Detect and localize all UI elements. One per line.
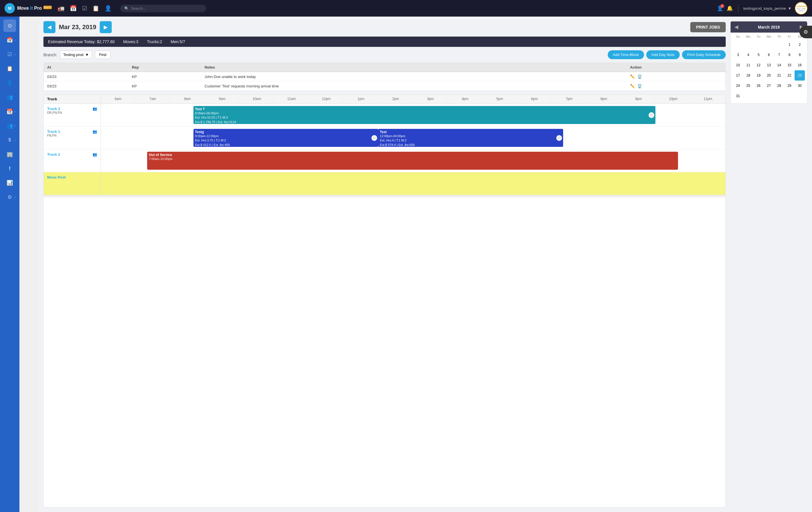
sidebar-item-building[interactable]: 🏢 <box>3 148 16 161</box>
calendar-day[interactable]: 26 <box>753 81 764 91</box>
calendar-day[interactable]: 31 <box>733 91 743 101</box>
job-dot <box>556 135 562 141</box>
add-time-block-button[interactable]: Add Time-Block <box>608 50 644 59</box>
sidebar-item-team[interactable]: 👥 <box>3 91 16 104</box>
next-date-button[interactable]: ▶ <box>100 21 112 33</box>
calendar-day[interactable]: 20 <box>764 70 774 81</box>
sidebar-item-chart[interactable]: 📊 <box>3 177 16 189</box>
time-header-label: 2pm <box>379 94 413 104</box>
edit-icon[interactable]: ✏️ <box>630 74 635 79</box>
calendar-grid: SuMoTuWeThFrSa 1234567891011121314151617… <box>731 33 807 104</box>
scroll-track[interactable] <box>44 195 725 197</box>
print-jobs-button[interactable]: PRINT JOBS <box>690 22 726 32</box>
time-area: Test T8:00am-06:00pmEst. Hrs:10.25 | T:1… <box>101 104 725 126</box>
date-nav: ◀ Mar 23, 2019 ▶ PRINT JOBS <box>44 21 726 33</box>
delete-icon[interactable]: 🗑️ <box>637 84 642 88</box>
sidebar-item-groups[interactable]: 👥‹ <box>3 119 16 132</box>
job-time: 8:00am-06:00pm <box>195 111 654 115</box>
calendar-day[interactable]: 11 <box>743 60 753 70</box>
settings-float-button[interactable]: ⚙ <box>800 26 812 38</box>
search-input[interactable] <box>131 6 202 10</box>
schedule-row: Truck 1 FN,FN 👥 Testg8:00am-12:00pmEst. … <box>44 126 725 149</box>
calendar-day[interactable]: 24 <box>733 81 743 91</box>
calendar-day[interactable]: 14 <box>774 60 784 70</box>
prev-date-button[interactable]: ◀ <box>44 21 55 33</box>
calendar-day[interactable]: 6 <box>764 50 774 60</box>
calendar-day[interactable]: 25 <box>743 81 753 91</box>
calendar-day[interactable]: 21 <box>774 70 784 81</box>
schedule-wrap[interactable]: Truck 6am7am8am9am10am11am12pm1pm2pm3pm4… <box>44 94 726 507</box>
time-area <box>101 172 725 195</box>
job-block[interactable]: Test12:00pm-04:00pmEst. Hrs:4 | T:1 M:2E… <box>378 129 563 147</box>
sidebar-item-dashboard[interactable]: ⊙ <box>3 20 16 32</box>
job-block[interactable]: Out of Service7:00am-10:00pm <box>147 152 678 170</box>
truck-staff: DR,FN,FN <box>47 111 62 114</box>
calendar-day[interactable]: 3 <box>733 50 743 60</box>
calendar-day[interactable]: 29 <box>784 81 794 91</box>
calendar-day[interactable]: 30 <box>794 81 805 91</box>
delete-icon[interactable]: 🗑️ <box>637 74 642 79</box>
search-bar[interactable]: 🔍 <box>120 5 206 12</box>
calendar-day[interactable]: 22 <box>784 70 794 81</box>
add-day-note-button[interactable]: Add Day Note <box>646 50 680 59</box>
sidebar-item-profile[interactable]: 👤 <box>3 77 16 89</box>
branch-select[interactable]: Testing prod ▼ <box>60 51 92 59</box>
calendar-day[interactable]: 17 <box>733 70 743 81</box>
sidebar-item-scheduler[interactable]: 📆‹ <box>3 105 16 118</box>
job-block[interactable]: Testg8:00am-12:00pmEst. Hrs:3.75 | T:1 M… <box>194 129 378 147</box>
time-header-label: 11pm <box>691 94 725 104</box>
scheduler-icon: 📆 <box>6 108 13 115</box>
sidebar-item-alert[interactable]: ! <box>3 162 16 175</box>
sidebar-item-finance[interactable]: $‹ <box>3 134 16 146</box>
calendar-day[interactable]: 7 <box>774 50 784 60</box>
calendar-day[interactable]: 23 <box>794 70 805 81</box>
find-button[interactable]: Find <box>95 51 111 59</box>
calendar-icon[interactable]: 📅 <box>70 5 77 12</box>
calendar-day[interactable]: 4 <box>743 50 753 60</box>
calendar-day[interactable]: 1 <box>784 39 794 50</box>
sidebar-item-checklist[interactable]: ☑‹ <box>3 48 16 61</box>
calendar-day <box>794 91 805 101</box>
document-icon[interactable]: 📋 <box>92 5 99 12</box>
calendar-day[interactable]: 10 <box>733 60 743 70</box>
print-daily-schedule-button[interactable]: Print Daily Schedule <box>682 50 726 59</box>
calendar-day[interactable]: 2 <box>794 39 805 50</box>
calendar-day[interactable]: 15 <box>784 60 794 70</box>
calendar-day[interactable]: 28 <box>774 81 784 91</box>
check-icon[interactable]: ☑ <box>82 5 87 12</box>
calendar-day[interactable]: 18 <box>743 70 753 81</box>
person-icon[interactable]: 👤 <box>105 5 112 12</box>
calendar-day[interactable]: 19 <box>753 70 764 81</box>
job-dot <box>648 112 654 118</box>
sidebar-item-settings[interactable]: ⚙‹ <box>3 191 16 203</box>
calendar-day[interactable]: 9 <box>794 50 805 60</box>
truck-icon[interactable]: 🚛 <box>57 5 64 12</box>
chevron-down-icon: ▼ <box>85 53 89 57</box>
bell-icon[interactable]: 🔔 <box>727 5 733 11</box>
current-date: Mar 23, 2019 <box>59 23 96 31</box>
sidebar-item-calendar[interactable]: 📅‹ <box>3 34 16 46</box>
truck-name[interactable]: Truck 3 <box>47 107 62 111</box>
truck-name[interactable]: Move Pool <box>47 175 66 179</box>
edit-icon[interactable]: ✏️ <box>630 84 635 88</box>
schedule-row: Move Pool <box>44 172 725 195</box>
profile-icon: 👤 <box>6 80 13 86</box>
branch-value: Testing prod <box>63 53 83 57</box>
calendar-day[interactable]: 27 <box>764 81 774 91</box>
time-header-label: 8am <box>170 94 205 104</box>
user-dropdown[interactable]: testingprod_kayla_perrine ▼ <box>744 6 791 10</box>
calendar-day[interactable]: 8 <box>784 50 794 60</box>
truck-name[interactable]: Truck 2 <box>47 152 60 157</box>
topnav: M Move it Pro Pro™ 🚛 📅 ☑ 📋 👤 🔍 👤0 🔔 test <box>0 0 812 17</box>
calendar-day[interactable]: 13 <box>764 60 774 70</box>
user-icon[interactable]: 👤0 <box>717 5 723 11</box>
calendar-day[interactable]: 5 <box>753 50 764 60</box>
job-block[interactable]: Test T8:00am-06:00pmEst. Hrs:10.25 | T:1… <box>194 106 656 124</box>
cal-prev-button[interactable]: ◀ <box>734 24 738 30</box>
sidebar-item-reports[interactable]: 📋 <box>3 62 16 75</box>
time-area: Out of Service7:00am-10:00pm <box>101 149 725 172</box>
branch-row: Branch: Testing prod ▼ Find Add Time-Blo… <box>44 50 726 59</box>
truck-name[interactable]: Truck 1 <box>47 130 60 134</box>
calendar-day[interactable]: 16 <box>794 60 805 70</box>
calendar-day[interactable]: 12 <box>753 60 764 70</box>
